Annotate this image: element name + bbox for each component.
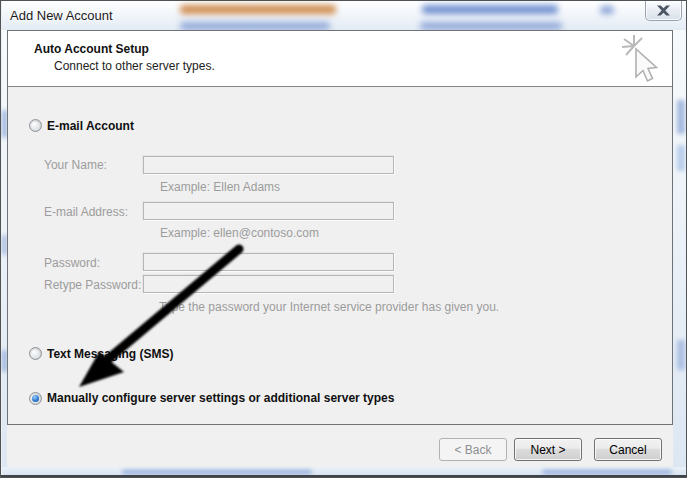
window-frame-right [673,30,687,468]
blurred-background-text [180,22,330,30]
password-note: Type the password your Internet service … [159,300,499,314]
blurred-background [677,100,685,134]
your-name-input[interactable] [143,156,394,174]
blurred-background-text [180,5,336,14]
blurred-background-text [600,6,614,14]
blurred-background [677,340,685,370]
radio-email-account[interactable] [29,119,42,132]
radio-manual-configure-label[interactable]: Manually configure server settings or ad… [47,391,394,405]
wizard-header: Auto Account Setup Connect to other serv… [8,31,672,87]
your-name-label: Your Name: [44,158,107,172]
add-new-account-dialog: Add New Account Auto Account Setup Conne… [0,0,687,478]
close-icon [657,5,670,16]
radio-text-messaging-label[interactable]: Text Messaging (SMS) [47,347,173,361]
radio-manual-configure[interactable] [29,392,42,405]
password-label: Password: [44,256,100,270]
retype-password-input[interactable] [143,275,394,293]
close-button[interactable] [645,1,682,21]
radio-email-account-label[interactable]: E-mail Account [47,119,134,133]
click-cursor-sparkle-icon [618,33,666,85]
back-button[interactable]: < Back [439,438,507,461]
window-title: Add New Account [10,8,113,23]
retype-password-label: Retype Password: [44,278,141,292]
email-address-input[interactable] [143,202,394,220]
next-button[interactable]: Next > [514,438,582,461]
email-address-hint: Example: ellen@contoso.com [160,226,319,240]
blurred-background [122,470,312,474]
wizard-page-panel: Auto Account Setup Connect to other serv… [7,30,673,425]
email-address-label: E-mail Address: [44,205,128,219]
cancel-button[interactable]: Cancel [594,438,662,461]
wizard-header-title: Auto Account Setup [34,42,149,56]
password-input[interactable] [143,253,394,271]
wizard-header-subtitle: Connect to other server types. [54,59,215,73]
blurred-background-text [422,5,558,14]
your-name-hint: Example: Ellen Adams [160,180,280,194]
blurred-background [542,470,672,474]
radio-text-messaging[interactable] [29,347,42,360]
blurred-background-text [420,22,562,30]
blurred-background [677,145,685,171]
